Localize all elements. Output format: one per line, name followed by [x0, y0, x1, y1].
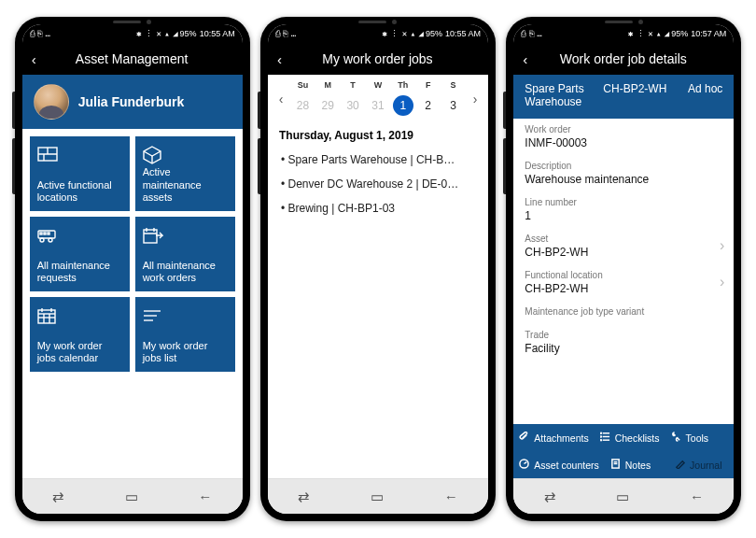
tile-all-maintenance-work-orders[interactable]: All maintenance work orders: [135, 217, 235, 291]
status-right-icons: ✱ ⋮ ✕ ▴ ◢: [628, 29, 668, 38]
tile-label: My work order jobs calendar: [37, 340, 122, 364]
tile-active-functional-locations[interactable]: Active functional locations: [30, 136, 130, 211]
cal-day[interactable]: 31: [366, 93, 391, 118]
list-icon: [143, 304, 228, 327]
nav-back-icon[interactable]: ←: [690, 488, 704, 504]
list-icon: [600, 432, 610, 444]
back-icon[interactable]: ‹: [523, 51, 527, 67]
svg-line-33: [525, 462, 527, 464]
svg-point-29: [600, 432, 601, 433]
svg-point-30: [600, 436, 601, 437]
action-journal[interactable]: Journal: [669, 451, 734, 478]
nav-home-icon[interactable]: ▭: [125, 488, 138, 505]
tile-label: All maintenance work orders: [143, 260, 228, 284]
action-label: Journal: [690, 460, 721, 471]
tile-label: All maintenance requests: [37, 260, 122, 284]
field-value: INMF-00003: [525, 136, 722, 149]
cal-dow: T: [341, 80, 366, 93]
field-work-order: Work orderINMF-00003: [513, 119, 734, 155]
field-label: Trade: [525, 330, 722, 340]
svg-rect-12: [144, 230, 157, 243]
nav-home-icon[interactable]: ▭: [616, 488, 629, 505]
svg-point-8: [49, 238, 52, 242]
tile-my-work-order-jobs-list[interactable]: My work order jobs list: [135, 297, 235, 372]
location-grid-icon: [37, 144, 122, 166]
status-right-icons: ✱ ⋮ ✕ ▴ ◢: [383, 29, 423, 38]
android-nav-bar: ⇄ ▭ ←: [268, 478, 488, 514]
cal-dow: W: [366, 80, 391, 93]
action-notes[interactable]: Notes: [605, 451, 669, 478]
status-time: 10:55 AM: [445, 29, 481, 38]
tool-icon: [671, 432, 681, 444]
action-label: Asset counters: [534, 460, 598, 471]
title-bar: ‹ My work order jobs: [268, 43, 488, 75]
calendar-icon: [37, 304, 122, 327]
svg-rect-11: [48, 233, 49, 234]
field-label: Asset: [525, 234, 722, 244]
avatar: [34, 84, 69, 120]
action-checklists[interactable]: Checklists: [595, 424, 665, 451]
user-header[interactable]: Julia Funderburk: [22, 75, 243, 129]
back-icon[interactable]: ‹: [32, 51, 36, 67]
nav-recent-icon[interactable]: ⇄: [298, 488, 310, 505]
bottom-actions: AttachmentsChecklistsTools Asset counter…: [513, 424, 734, 478]
status-time: 10:57 AM: [691, 29, 726, 38]
title-bar: ‹ Work order job details: [513, 43, 734, 75]
nav-recent-icon[interactable]: ⇄: [544, 488, 556, 505]
header-location: Spare Parts Warehouse: [525, 82, 590, 109]
phone-3: ⎙ ⎘ … ✱ ⋮ ✕ ▴ ◢ 95% 10:57 AM ‹ Work orde…: [506, 17, 741, 521]
user-name: Julia Funderburk: [78, 94, 185, 109]
header-type: Ad hoc: [688, 82, 722, 95]
action-label: Attachments: [534, 432, 588, 444]
tile-all-maintenance-requests[interactable]: All maintenance requests: [30, 217, 130, 291]
action-label: Notes: [625, 460, 651, 471]
status-left-icons: ⎙ ⎘ …: [275, 29, 295, 38]
field-value: 1: [525, 209, 722, 222]
back-icon[interactable]: ‹: [277, 51, 282, 67]
svg-point-31: [600, 440, 601, 441]
job-item[interactable]: Brewing | CH-BP1-03: [275, 196, 481, 220]
cal-dow: Su: [290, 80, 315, 93]
nav-back-icon[interactable]: ←: [444, 488, 458, 504]
job-item[interactable]: Denver DC Warehouse 2 | DE-0…: [275, 172, 481, 196]
action-label: Tools: [686, 432, 709, 444]
pen-icon: [675, 459, 685, 471]
status-bar: ⎙ ⎘ … ✱ ⋮ ✕ ▴ ◢ 95% 10:55 AM: [268, 24, 488, 43]
cal-day[interactable]: 1: [390, 93, 415, 118]
cal-day[interactable]: 3: [441, 93, 466, 118]
field-trade: TradeFacility: [513, 324, 734, 361]
field-label: Functional location: [525, 270, 722, 280]
status-left-icons: ⎙ ⎘ …: [521, 29, 540, 38]
nav-home-icon[interactable]: ▭: [371, 488, 384, 505]
cal-day[interactable]: 29: [315, 93, 341, 118]
action-asset-counters[interactable]: Asset counters: [513, 451, 604, 478]
cal-day[interactable]: 28: [290, 93, 315, 118]
action-attachments[interactable]: Attachments: [513, 424, 594, 451]
status-battery: 95%: [671, 29, 688, 38]
status-time: 10:55 AM: [200, 29, 235, 38]
phone-1: ⎙ ⎘ … ✱ ⋮ ✕ ▴ ◢ 95% 10:55 AM ‹ Asset Man…: [15, 17, 250, 521]
tile-label: Active maintenance assets: [143, 166, 228, 204]
next-week-icon[interactable]: ›: [466, 92, 484, 106]
nav-recent-icon[interactable]: ⇄: [52, 488, 64, 505]
job-item[interactable]: Spare Parts Warehouse | CH-B…: [275, 148, 481, 172]
cal-day[interactable]: 2: [415, 93, 441, 118]
status-bar: ⎙ ⎘ … ✱ ⋮ ✕ ▴ ◢ 95% 10:57 AM: [513, 24, 734, 43]
cal-day[interactable]: 30: [341, 93, 366, 118]
field-functional-location[interactable]: Functional locationCH-BP2-WH: [513, 264, 734, 301]
tile-active-maintenance-assets[interactable]: Active maintenance assets: [135, 136, 235, 211]
page-title: Work order job details: [539, 51, 707, 66]
prev-week-icon[interactable]: ‹: [272, 92, 290, 106]
field-label: Maintenance job type variant: [525, 306, 722, 317]
action-tools[interactable]: Tools: [665, 424, 735, 451]
tile-my-work-order-jobs-calendar[interactable]: My work order jobs calendar: [30, 297, 130, 372]
field-asset[interactable]: AssetCH-BP2-WH: [513, 228, 734, 264]
cal-dow: M: [315, 80, 341, 93]
field-value: Facility: [525, 342, 722, 355]
job-list: Spare Parts Warehouse | CH-B…Denver DC W…: [268, 148, 488, 220]
tile-label: Active functional locations: [37, 179, 122, 204]
detail-header: Spare Parts Warehouse CH-BP2-WH Ad hoc: [513, 75, 734, 119]
field-value: CH-BP2-WH: [525, 246, 722, 259]
nav-back-icon[interactable]: ←: [198, 488, 212, 504]
field-maintenance-job-type-variant: Maintenance job type variant: [513, 301, 734, 324]
